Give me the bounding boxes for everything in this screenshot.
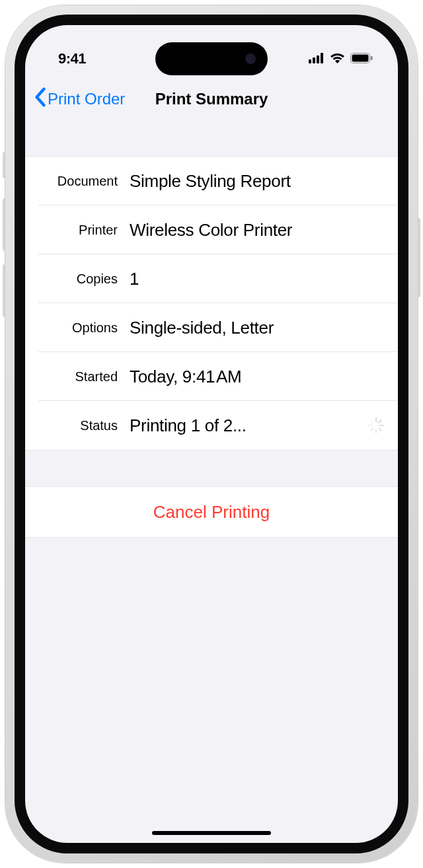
svg-rect-1 (313, 57, 315, 63)
row-value: Simple Styling Report (118, 171, 385, 192)
phone-screen: 9:41 (25, 25, 398, 843)
svg-rect-2 (317, 55, 319, 63)
svg-line-14 (371, 420, 373, 423)
row-value: 1 (118, 269, 385, 289)
row-label: Status (38, 418, 118, 433)
row-options: Options Single-sided, Letter (25, 303, 398, 352)
row-value: Wireless Color Printer (118, 220, 385, 240)
row-label: Printer (38, 223, 118, 238)
content-area: Document Simple Styling Report Printer W… (25, 120, 398, 538)
cancel-printing-button[interactable]: Cancel Printing (25, 487, 398, 537)
svg-line-10 (379, 428, 381, 431)
spinner-icon (367, 417, 385, 434)
dynamic-island (155, 42, 268, 75)
row-copies: Copies 1 (25, 254, 398, 303)
svg-rect-6 (371, 56, 373, 60)
row-label: Copies (38, 271, 118, 287)
wifi-icon (330, 50, 345, 67)
cellular-icon (309, 50, 325, 67)
back-label: Print Order (48, 90, 125, 108)
status-icons (309, 50, 373, 67)
row-started: Started Today, 9:41 AM (25, 352, 398, 401)
row-value: Printing 1 of 2... (118, 416, 367, 436)
chevron-left-icon (34, 87, 46, 111)
row-value: Today, 9:41 AM (118, 367, 385, 387)
navigation-bar: Print Order Print Summary (25, 78, 398, 120)
svg-rect-0 (309, 59, 311, 63)
row-printer: Printer Wireless Color Printer (25, 205, 398, 254)
status-time: 9:41 (58, 50, 86, 67)
battery-icon (350, 50, 373, 67)
row-label: Started (38, 369, 118, 384)
phone-bezel: 9:41 (15, 15, 408, 853)
svg-line-12 (371, 428, 373, 431)
row-value: Single-sided, Letter (118, 318, 385, 338)
summary-list: Document Simple Styling Report Printer W… (25, 156, 398, 451)
row-label: Options (38, 320, 118, 336)
back-button[interactable]: Print Order (34, 87, 125, 111)
svg-line-8 (379, 420, 381, 423)
cancel-label: Cancel Printing (153, 502, 270, 523)
row-document: Document Simple Styling Report (25, 157, 398, 205)
row-label: Document (38, 174, 118, 189)
phone-bezel-outer: 9:41 (5, 5, 418, 863)
svg-rect-5 (352, 55, 369, 62)
row-status: Status Printing 1 of 2... (25, 401, 398, 450)
svg-rect-3 (321, 53, 323, 63)
home-indicator[interactable] (152, 831, 271, 835)
cancel-group: Cancel Printing (25, 486, 398, 538)
